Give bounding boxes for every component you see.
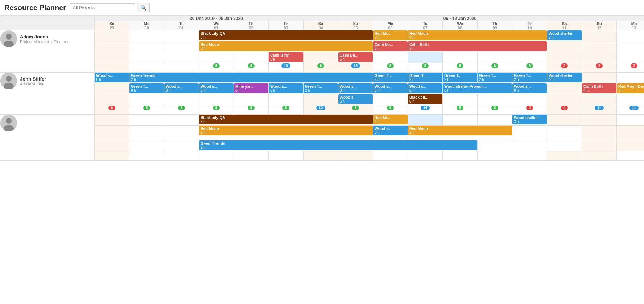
week-header-row: 30 Dec 2019 - 05 Jan 2020 06 - 12 Jan 20… [0,16,644,21]
p3-tu31-r1 [164,115,199,126]
john-redmoon-mo13[interactable]: Red Moon-Developm3 h [617,83,644,93]
john-badge-su12: 11 [582,105,617,115]
john-woods-fr03[interactable]: Wood s...6 h [269,83,303,93]
adam-mo06-r2: Calm Bir...5 h [373,41,408,52]
adam-su29-r2 [95,41,129,52]
john-greentrends-th09[interactable]: Green T...2 h [478,73,512,82]
p3-woodshelter-fr10[interactable]: Wood shelter3 h [512,115,547,124]
day-su29: Su29 [95,21,129,30]
p3-badge-tu07 [408,151,443,161]
john-woodshelter-we08-span: Wood shelter-Project ...6 h [443,83,512,94]
day-th09: Th09 [478,21,512,30]
adam-calmbirth-mo06[interactable]: Calm Bir...5 h [373,41,408,51]
adam-badge-th09: 8 [478,63,512,73]
adam-calmbirth-fr03[interactable]: Calm Birth5 h [269,52,303,62]
john-woods-su05[interactable]: Wood s...6 h [338,83,373,93]
john-greentrends-fr10[interactable]: Green T...2 h [512,73,547,82]
day-we01: We01 [199,21,234,30]
adam-redmoon-tu07[interactable]: Red Moon3 h [408,30,547,40]
adam-tu31-r2 [164,41,199,52]
john-woods-mo06[interactable]: Wood s...6 h [373,83,408,93]
adam-mo06-r3 [373,52,408,63]
john-greent-mo30[interactable]: Green T...6 h [129,83,164,93]
john-su05-r3: Wood s...6 h [338,94,373,105]
john-calmbirth-su12[interactable]: Calm Birth4 h [582,83,616,93]
p3-sa11-r2 [582,126,617,140]
adam-calmbirth-su05[interactable]: Calm Bir...5 h [338,52,373,62]
john-woods-tu31[interactable]: Wood s...6 h [164,83,199,93]
adam-redmoon-mo06[interactable]: Red Mo...3 h [373,30,408,40]
john-woods-su29[interactable]: Wood s...6 h [95,73,129,82]
search-button[interactable]: 🔍 [137,3,150,12]
adam-jones-role: Project Manager + Finance [20,40,68,44]
p3-badge-mo30 [129,151,164,161]
adam-jones-cell: Adam Jones Project Manager + Finance [0,30,95,73]
search-input[interactable] [70,3,135,12]
john-we01-r3 [199,94,234,105]
adam-calmbirth-tu07-span: Calm Birth5 h [408,41,547,52]
p3-redmoon-tu07[interactable]: Red Moon2 h [408,126,512,135]
p3-redmo-mo06[interactable]: Red Mo...2 h [373,115,408,124]
john-woodshelter-sa11[interactable]: Wood shelter4 h [547,73,582,82]
corner-cell [0,16,95,21]
person3-row3: Green Trends2 h [0,140,644,151]
p3-blackcity-event[interactable]: Black city-QA5 h [199,115,373,124]
john-tu07-r3: Black cit...6 h [408,94,443,105]
p3-badge-th09 [478,151,512,161]
p3-th09-r1 [478,115,512,126]
john-badge-tu07: 14 [408,105,443,115]
adam-woodshelter-sa11[interactable]: Wood shelter2 h [547,30,582,40]
adam-mo13-r3 [617,52,644,63]
adam-sa11-r2 [547,41,582,52]
john-we01-r2: Wood s...6 h [199,83,234,94]
adam-th09-r3 [478,52,512,63]
person3-row1: Black city-QA5 h Red Mo...2 h Wood shelt… [0,115,644,126]
adam-sa04-r3 [304,52,338,63]
p3-badge-mo13 [617,151,644,161]
john-greentrends-mo06[interactable]: Green T...2 h [373,73,408,82]
planner-container: 30 Dec 2019 - 05 Jan 2020 06 - 12 Jan 20… [0,16,644,161]
john-row2: Green T...6 h Wood s...6 h Wood s...6 h … [0,83,644,94]
p3-woods-mo06[interactable]: Wood s...3 h [373,126,408,135]
john-greentrends-we08[interactable]: Green T...2 h [443,73,477,82]
john-greentrends-tu07[interactable]: Green T...2 h [408,73,442,82]
adam-mo30-r2 [129,41,164,52]
adam-jones-avatar [0,30,17,47]
p3-tu07-r1 [408,115,443,126]
john-greent-sa04[interactable]: Green T...2 h [304,83,338,93]
adam-jones-name: Adam Jones [20,34,68,40]
john-mineyard-th02[interactable]: Mine yar...6 h [234,83,268,93]
p3-redmoon-we01[interactable]: Red Moon2 h [199,126,373,135]
p3-mo06-r1: Red Mo...2 h [373,115,408,126]
p3-redmoon-we01-span: Red Moon2 h [199,126,373,140]
john-woodshelter-project-we08[interactable]: Wood shelter-Project ...6 h [443,83,512,93]
adam-badge-th02: 8 [234,63,269,73]
adam-row2: Red Moon3 h Calm Bir...5 h Calm Birth5 h [0,41,644,52]
p3-greentrends-we01[interactable]: Green Trends2 h [199,140,477,150]
john-fr03-r2: Wood s...6 h [269,83,304,94]
john-tu31-r3 [164,94,199,105]
john-woods-su05-r3[interactable]: Wood s...6 h [338,94,373,104]
adam-sa11-r1: Wood shelter2 h [547,30,582,41]
john-sa04-r3 [304,94,338,105]
adam-we01-r3 [199,52,234,63]
adam-blackcity-event[interactable]: Black city-QA5 h [199,30,373,40]
john-woods-tu07[interactable]: Wood s...6 h [408,83,442,93]
adam-badge-we08: 8 [443,63,478,73]
adam-redmoon-we01[interactable]: Red Moon3 h [199,41,373,51]
john-badge-mo30: 8 [129,105,164,115]
john-badge-th09: 8 [478,105,512,115]
john-woods-fr10[interactable]: Wood s...6 h [512,83,547,93]
adam-mo13-r2 [617,41,644,52]
adam-mo30-r1 [129,30,164,41]
adam-calmbirth-tu07[interactable]: Calm Birth5 h [408,41,547,51]
adam-badge-su05: 13 [338,63,373,73]
p3-su29-r2 [95,126,129,140]
john-woods-we01[interactable]: Wood s...6 h [199,83,234,93]
john-badge-su29: 6 [95,105,129,115]
john-badge-mo13: 11 [617,105,644,115]
john-sa11-r1: Wood shelter4 h [547,73,582,83]
adam-tu31-r1 [164,30,199,41]
john-greentrends-mo30[interactable]: Green Trends2 h [129,73,373,82]
john-blackcity-tu07[interactable]: Black cit...6 h [408,94,442,104]
